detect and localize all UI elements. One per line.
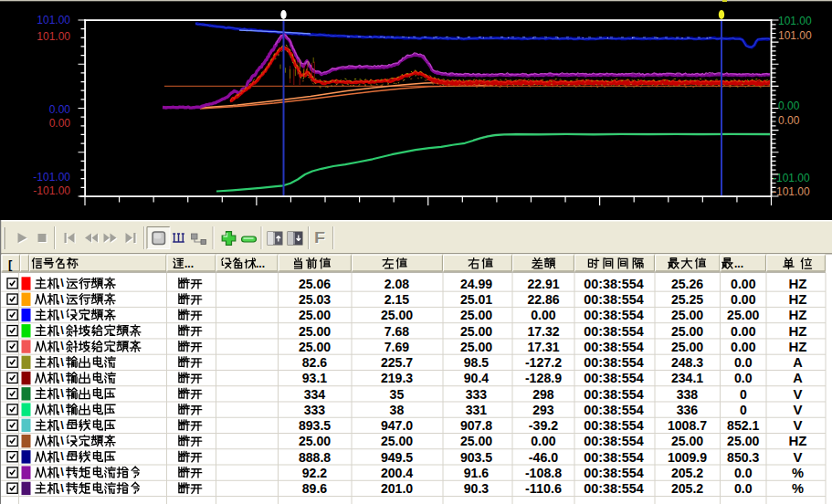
svg-text:25.00: 25.00 [381,307,413,322]
svg-text:24.99: 24.99 [460,276,492,291]
svg-text:...: ... [256,257,265,270]
svg-text:00:38:554: 00:38:554 [584,323,644,339]
svg-text:903.5: 903.5 [460,449,492,465]
svg-text:-101.00: -101.00 [33,171,70,184]
svg-text:7.68: 7.68 [384,323,409,339]
svg-text:25.00: 25.00 [671,323,703,339]
svg-text:00:38:554: 00:38:554 [584,339,644,354]
svg-text:334: 334 [304,386,326,402]
svg-text:92.2: 92.2 [302,465,327,480]
svg-text:V: V [794,449,803,465]
svg-text:-110.6: -110.6 [525,480,562,496]
svg-text:00:38:554: 00:38:554 [584,433,644,448]
svg-text:00:38:554: 00:38:554 [584,480,644,496]
svg-text:25.00: 25.00 [727,433,759,448]
svg-text:00:38:554: 00:38:554 [584,449,644,465]
svg-text:-46.0: -46.0 [529,449,558,465]
svg-text:0.00: 0.00 [731,339,755,354]
svg-text:333: 333 [304,402,326,417]
svg-text:25.01: 25.01 [460,291,492,307]
svg-text:248.3: 248.3 [671,354,703,370]
svg-text:35: 35 [390,386,405,402]
svg-text:-101.00: -101.00 [773,172,810,184]
svg-text:V: V [794,417,803,433]
svg-text:25.25: 25.25 [671,291,703,307]
svg-text:101.00: 101.00 [778,29,812,42]
svg-text:0.00: 0.00 [731,323,755,339]
svg-text:0.0: 0.0 [734,354,753,370]
svg-text:1008.7: 1008.7 [668,417,707,433]
svg-text:\: \ [60,481,64,495]
svg-text:25.00: 25.00 [671,307,703,322]
svg-text:-101.00: -101.00 [33,184,70,197]
svg-text:0.0: 0.0 [734,370,753,385]
svg-text:25.00: 25.00 [381,433,413,448]
svg-text:0.00: 0.00 [731,291,755,307]
svg-text:\: \ [60,449,64,463]
svg-text:0.00: 0.00 [49,103,71,116]
svg-text:HZ: HZ [789,291,807,307]
svg-text:336: 336 [677,402,699,417]
svg-text:25.00: 25.00 [671,339,703,354]
svg-text:A: A [793,354,803,370]
svg-text:200.4: 200.4 [381,465,414,480]
svg-text:7.69: 7.69 [384,339,409,354]
svg-text:91.6: 91.6 [464,465,489,480]
svg-text:25.00: 25.00 [460,339,492,354]
svg-text:25.00: 25.00 [727,307,759,322]
svg-text:F: F [314,229,325,247]
svg-text:888.8: 888.8 [299,449,331,465]
svg-text:25.26: 25.26 [671,276,703,291]
svg-text:HZ: HZ [789,433,807,448]
svg-text:234.1: 234.1 [671,370,703,385]
svg-text:25.03: 25.03 [299,291,331,307]
svg-text:90.4: 90.4 [464,370,490,385]
svg-text:101.00: 101.00 [37,30,70,43]
svg-text:\: \ [60,323,64,337]
svg-text:338: 338 [677,386,699,402]
svg-text:25.00: 25.00 [299,433,331,448]
svg-text:0.00: 0.00 [731,276,755,291]
svg-text:293: 293 [532,402,554,417]
svg-text:HZ: HZ [789,339,807,354]
svg-text:...: ... [734,257,743,270]
svg-text:1009.9: 1009.9 [668,449,707,465]
svg-text:\: \ [60,434,64,447]
svg-text:25.00: 25.00 [460,307,492,322]
svg-text:101.00: 101.00 [778,15,812,27]
svg-text:93.1: 93.1 [302,370,327,385]
svg-text:907.8: 907.8 [460,417,492,433]
svg-text:298: 298 [532,386,554,402]
svg-text:\: \ [60,292,64,306]
svg-text:%: % [792,480,804,496]
svg-text:0.00: 0.00 [49,117,71,130]
svg-text:17.31: 17.31 [527,339,559,354]
svg-text:00:38:554: 00:38:554 [584,386,644,402]
svg-text:00:38:554: 00:38:554 [584,465,644,480]
svg-text:89.6: 89.6 [302,480,327,496]
svg-text:HZ: HZ [789,307,807,322]
svg-text:0.00: 0.00 [531,433,555,448]
svg-text:38: 38 [390,402,405,417]
svg-text:HZ: HZ [789,323,807,339]
svg-text:00:38:554: 00:38:554 [584,291,644,307]
svg-text:00:38:554: 00:38:554 [584,307,644,322]
svg-text:0.00: 0.00 [531,307,555,322]
svg-text:00:38:554: 00:38:554 [584,354,644,370]
svg-text:25.00: 25.00 [299,307,331,322]
svg-text:-128.9: -128.9 [525,370,562,385]
svg-text:-39.2: -39.2 [529,417,558,433]
svg-text:333: 333 [466,386,488,402]
svg-text:25.00: 25.00 [671,433,703,448]
svg-text:2.15: 2.15 [384,291,409,307]
svg-text:\: \ [60,371,64,384]
svg-text:-108.8: -108.8 [525,465,562,480]
svg-text:25.06: 25.06 [299,276,331,291]
svg-text:0.00: 0.00 [778,114,800,127]
svg-text:\: \ [60,355,64,369]
svg-text:[: [ [8,257,13,271]
svg-text:25.00: 25.00 [460,433,492,448]
svg-text:98.5: 98.5 [464,354,489,370]
svg-text:-127.2: -127.2 [525,354,562,370]
svg-text:850.3: 850.3 [727,449,759,465]
